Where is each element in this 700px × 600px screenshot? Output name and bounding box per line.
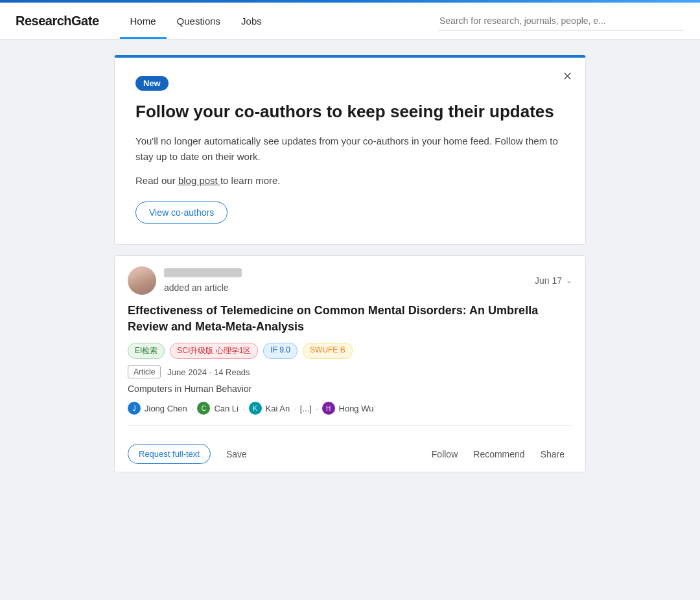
nav: Home Questions Jobs — [120, 3, 272, 39]
nav-jobs[interactable]: Jobs — [231, 3, 272, 39]
author-avatar-0: J — [128, 402, 141, 415]
view-coauthors-button[interactable]: View co-authors — [135, 202, 228, 224]
journal-name: Computers in Human Behavior — [128, 384, 572, 394]
dot-3: · — [316, 404, 318, 413]
link-suffix: to learn more. — [220, 175, 281, 186]
article-meta: Article June 2024 · 14 Reads — [128, 365, 572, 378]
user-action: added an article — [164, 283, 242, 293]
author-avatar-4: H — [322, 402, 335, 415]
notification-link-text: Read our blog post to learn more. — [135, 175, 565, 186]
pub-date: June 2024 — [167, 367, 207, 377]
nav-questions[interactable]: Questions — [167, 3, 231, 39]
tag-ei[interactable]: EI检索 — [128, 343, 165, 359]
article-pub-info: June 2024 · 14 Reads — [167, 367, 250, 377]
new-badge: New — [135, 76, 169, 91]
article-actions: Request full-text Save Follow Recommend … — [115, 436, 585, 472]
save-button[interactable]: Save — [218, 444, 255, 464]
author-name-4[interactable]: Hong Wu — [339, 404, 374, 413]
request-fulltext-button[interactable]: Request full-text — [128, 444, 211, 464]
dot-0: · — [191, 404, 194, 413]
search-container — [438, 12, 684, 30]
chevron-down-icon[interactable]: ⌄ — [566, 276, 572, 285]
notification-body: You'll no longer automatically see updat… — [135, 133, 565, 165]
article-type-badge: Article — [128, 365, 161, 378]
article-card: added an article Jun 17 ⌄ Effectiveness … — [114, 255, 586, 472]
authors-row: J Jiong Chen · C Can Li · K Kai An · [..… — [128, 402, 572, 426]
header: ResearchGate Home Questions Jobs — [0, 3, 700, 40]
avatar — [128, 266, 156, 295]
notification-title: Follow your co-authors to keep seeing th… — [135, 101, 565, 123]
reads-count: 14 Reads — [214, 367, 250, 377]
author-name-1[interactable]: Can Li — [214, 404, 239, 413]
article-title[interactable]: Effectiveness of Telemedicine on Common … — [128, 303, 572, 335]
author-name-0[interactable]: Jiong Chen — [145, 404, 187, 413]
logo[interactable]: ResearchGate — [16, 14, 99, 29]
user-name-blurred — [164, 268, 242, 277]
link-prefix: Read our — [135, 175, 176, 186]
close-button[interactable]: ✕ — [560, 68, 575, 85]
dot-2: · — [294, 404, 296, 413]
share-button[interactable]: Share — [533, 444, 572, 464]
main-content: ✕ New Follow your co-authors to keep see… — [104, 40, 596, 488]
dot-1: · — [242, 404, 245, 413]
tags-container: EI检索 SCI升级版 心理学1区 IF 9.0 SWUFE B — [128, 343, 572, 359]
search-input[interactable] — [438, 12, 684, 30]
tag-if[interactable]: IF 9.0 — [263, 343, 298, 359]
recommend-button[interactable]: Recommend — [465, 444, 532, 464]
tag-sci[interactable]: SCI升级版 心理学1区 — [170, 343, 258, 359]
notification-card: ✕ New Follow your co-authors to keep see… — [114, 55, 586, 245]
author-avatar-1: C — [197, 402, 210, 415]
article-date: Jun 17 — [535, 275, 562, 286]
nav-home[interactable]: Home — [120, 3, 167, 39]
author-avatar-2: K — [249, 402, 262, 415]
author-name-2[interactable]: Kai An — [266, 404, 290, 413]
author-ellipsis: [...] — [300, 404, 312, 413]
blog-post-link[interactable]: blog post — [178, 175, 220, 186]
follow-button[interactable]: Follow — [424, 444, 465, 464]
tag-swufe[interactable]: SWUFE B — [303, 343, 353, 359]
separator: · — [209, 367, 214, 377]
